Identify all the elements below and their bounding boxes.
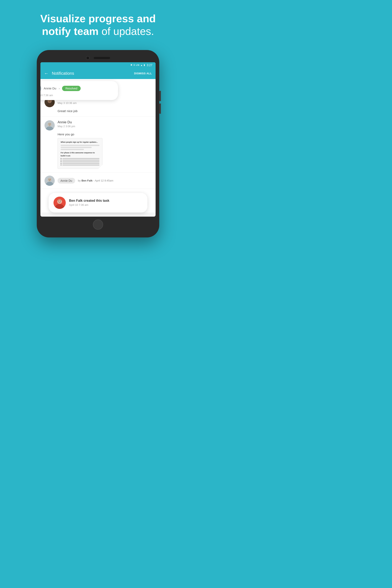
svg-point-14 [50, 124, 51, 124]
back-button[interactable]: ← [44, 71, 48, 76]
assigned-item[interactable]: Annie Du by Ben Falk - April 12 8:45am [40, 173, 156, 189]
doc-bullet-2 [61, 160, 100, 161]
hero-line2: notify team of updates. [40, 25, 156, 38]
phone-camera [86, 56, 90, 60]
dismiss-all-button[interactable]: DISMISS ALL [134, 72, 152, 75]
fernando-timestamp: May 3 10:36 am [58, 102, 152, 104]
annie-avatar-assigned [44, 176, 55, 186]
phone-shell: ✱ ⊖ LTE ▲ ▮ 3:27 ← Notifications DISMISS… [37, 50, 159, 238]
phone-screen: ✱ ⊖ LTE ▲ ▮ 3:27 ← Notifications DISMISS… [40, 62, 156, 216]
ben-avatar [54, 196, 66, 209]
svg-point-20 [55, 204, 64, 209]
svg-point-24 [60, 201, 61, 202]
svg-point-19 [50, 179, 51, 180]
floating-card-row: Annie Du › Resolved [40, 84, 113, 92]
home-button[interactable] [93, 220, 103, 230]
floating-resolved-card[interactable]: Annie Du › Resolved May 10 7:36 am [40, 81, 118, 100]
volume-up-button[interactable] [159, 91, 161, 101]
lte-icon: LTE [136, 64, 140, 66]
notif-header-annie: Annie Du May 2 3:06 pm [44, 120, 152, 130]
svg-point-5 [46, 103, 54, 107]
status-icons: ✱ ⊖ LTE ▲ ▮ 3:27 [130, 64, 152, 67]
doc-bullet-5 [61, 164, 100, 166]
phone-mockup: ✱ ⊖ LTE ▲ ▮ 3:27 ← Notifications DISMISS… [37, 50, 159, 238]
ben-card-time: April 10 7:36 am [69, 203, 142, 206]
doc-line [61, 147, 92, 148]
bluetooth-icon: ✱ [130, 64, 132, 66]
phone-bottom-bar [40, 220, 156, 230]
screen-content: Annie Du › Resolved May 10 7:36 am [40, 79, 156, 212]
floating-card-time: May 10 7:36 am [40, 94, 113, 97]
status-bar: ✱ ⊖ LTE ▲ ▮ 3:27 [40, 62, 156, 68]
side-buttons [159, 91, 161, 114]
document-attachment[interactable]: When people sign up for regular updates.… [58, 138, 102, 169]
doc-line [61, 145, 100, 146]
minus-circle-icon: ⊖ [133, 64, 135, 66]
hero-line2-bold: notify team [42, 25, 98, 37]
svg-point-18 [48, 179, 50, 180]
hero-line2-light: of updates. [98, 25, 154, 37]
ben-card-title: Ben Falk created this task [69, 199, 142, 202]
doc-bullet-3 [61, 161, 100, 162]
battery-icon: ▮ [144, 64, 145, 66]
hero-line1: Visualize progress and [40, 12, 156, 25]
svg-point-13 [48, 124, 50, 124]
phone-speaker [94, 57, 110, 59]
svg-point-23 [58, 201, 59, 202]
annie-avatar-small [40, 84, 41, 92]
annie-name: Annie Du [58, 120, 152, 124]
ben-card-info: Ben Falk created this task April 10 7:36… [69, 199, 142, 206]
status-time: 3:27 [147, 64, 152, 67]
assigned-user-chip: Annie Du [58, 178, 75, 184]
assigned-by-text: by Ben Falk - April 12 8:45am [78, 179, 113, 182]
app-bar: ← Notifications DISMISS ALL [40, 68, 156, 79]
svg-point-8 [48, 100, 50, 101]
notif-item-annie[interactable]: Annie Du May 2 3:06 pm Here you go When … [40, 116, 156, 173]
svg-point-12 [48, 123, 51, 126]
svg-point-15 [46, 182, 54, 186]
arrow-icon: › [59, 87, 60, 90]
doc-line [61, 149, 84, 150]
annie-name-chip: Annie Du [44, 86, 56, 90]
resolved-badge: Resolved [62, 86, 80, 91]
annie-message: Here you go [58, 132, 152, 136]
signal-icon: ▲ [140, 64, 143, 66]
bottom-floating-card[interactable]: Ben Falk created this task April 10 7:36… [48, 193, 148, 212]
annie-avatar-med [44, 120, 55, 130]
annie-timestamp: May 2 3:06 pm [58, 125, 152, 128]
app-bar-title: Notifications [52, 71, 131, 76]
doc-bullet-1 [61, 158, 100, 159]
doc-title: When people sign up for regular updates.… [61, 141, 100, 144]
hero-section: Visualize progress and notify team of up… [24, 0, 172, 46]
annie-user-info: Annie Du May 2 3:06 pm [58, 120, 152, 128]
svg-point-17 [48, 178, 51, 181]
fernando-message: Great! nice job [58, 109, 152, 113]
doc-bullet-4 [61, 163, 100, 164]
svg-point-10 [46, 126, 54, 130]
volume-down-button[interactable] [159, 104, 161, 114]
doc-section: For phase 2 this awesome sequence to bui… [61, 151, 100, 157]
svg-point-9 [50, 100, 51, 101]
phone-top-bar [40, 56, 156, 60]
